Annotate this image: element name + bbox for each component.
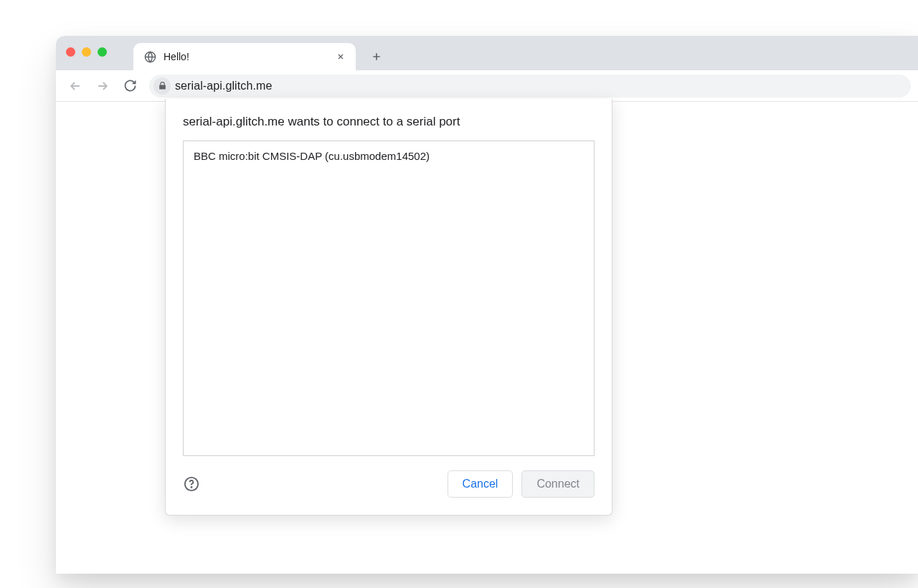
dialog-footer: Cancel Connect xyxy=(166,456,612,515)
new-tab-button[interactable] xyxy=(366,46,387,67)
window-controls xyxy=(66,47,107,57)
help-icon[interactable] xyxy=(183,475,200,493)
close-tab-button[interactable] xyxy=(334,50,347,63)
toolbar: serial-api.glitch.me xyxy=(56,70,918,102)
lock-icon[interactable] xyxy=(153,77,171,95)
browser-window: Hello! serial-ap xyxy=(56,36,918,574)
address-bar[interactable]: serial-api.glitch.me xyxy=(149,75,911,98)
tab-title: Hello! xyxy=(164,51,327,62)
reload-button[interactable] xyxy=(118,74,142,98)
close-window-button[interactable] xyxy=(66,47,75,57)
connect-button[interactable]: Connect xyxy=(521,470,595,498)
serial-port-permission-dialog: serial-api.glitch.me wants to connect to… xyxy=(165,99,612,516)
dialog-title: serial-api.glitch.me wants to connect to… xyxy=(166,99,612,141)
url-text: serial-api.glitch.me xyxy=(175,80,272,93)
page-content: serial-api.glitch.me wants to connect to… xyxy=(56,102,918,574)
forward-button[interactable] xyxy=(90,74,115,98)
cancel-button[interactable]: Cancel xyxy=(448,470,514,498)
svg-point-2 xyxy=(191,487,191,488)
fullscreen-window-button[interactable] xyxy=(98,47,107,57)
tab-strip: Hello! xyxy=(56,36,918,70)
device-list-item[interactable]: BBC micro:bit CMSIS-DAP (cu.usbmodem1450… xyxy=(184,141,594,171)
device-list[interactable]: BBC micro:bit CMSIS-DAP (cu.usbmodem1450… xyxy=(183,141,595,456)
globe-icon xyxy=(143,50,156,63)
stage: Hello! serial-ap xyxy=(0,0,918,588)
minimize-window-button[interactable] xyxy=(82,47,91,57)
back-button[interactable] xyxy=(63,74,87,98)
browser-tab[interactable]: Hello! xyxy=(133,43,356,70)
